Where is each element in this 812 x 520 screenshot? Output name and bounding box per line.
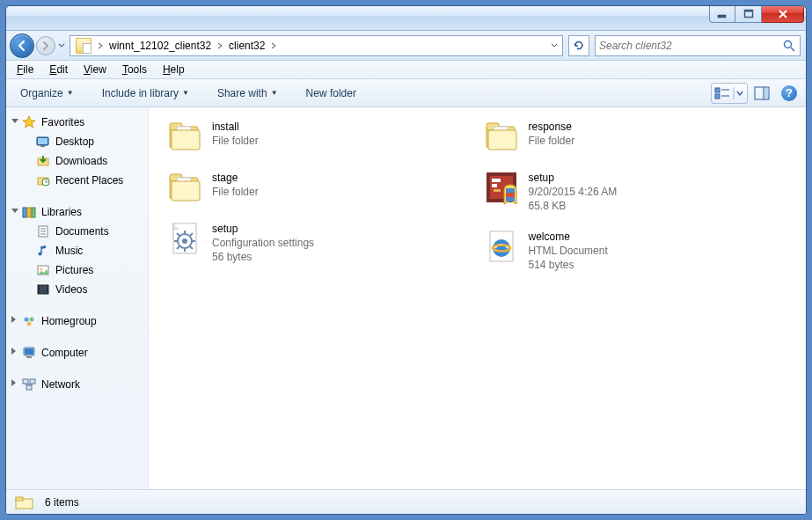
file-meta: File folder [529,134,575,148]
window-controls [709,5,804,23]
menu-tools[interactable]: Tools [115,62,154,77]
titlebar [6,6,806,31]
preview-pane-button[interactable] [751,83,772,104]
svg-rect-66 [506,188,515,193]
menu-edit[interactable]: Edit [42,62,75,77]
svg-rect-68 [506,197,515,201]
svg-rect-13 [38,138,48,144]
file-meta: Configuration settings [212,236,314,250]
nav-homegroup[interactable]: Homegroup [6,311,148,331]
svg-rect-18 [23,208,26,217]
breadcrumb-separator[interactable] [215,42,225,49]
minimize-button[interactable] [709,5,735,23]
breadcrumb-separator[interactable] [95,42,106,49]
nav-label: Network [41,378,80,391]
nav-desktop[interactable]: Desktop [6,132,148,151]
refresh-icon [573,40,585,52]
nav-buttons [10,33,64,59]
expand-icon [11,316,16,323]
nav-pictures[interactable]: Pictures [6,260,148,280]
file-item[interactable]: installFile folder [161,114,478,158]
maximize-button[interactable] [735,5,762,23]
breadcrumb-separator[interactable] [268,42,279,49]
menu-help[interactable]: Help [156,62,192,77]
nav-favorites[interactable]: Favorites [6,113,148,132]
svg-point-27 [40,268,43,271]
address-dropdown[interactable] [546,36,560,55]
close-button[interactable] [762,5,804,23]
svg-rect-49 [172,130,200,150]
file-meta: 56 bytes [212,250,314,264]
file-item[interactable]: setup9/20/2015 4:26 AM65.8 KB [478,165,794,217]
folder-icon [483,118,520,155]
file-meta: HTML Document [529,244,608,258]
back-button[interactable] [10,33,34,58]
expand-icon [11,379,16,386]
nav-downloads[interactable]: Downloads [6,151,148,171]
folder-icon [76,38,91,54]
expand-icon [11,119,18,123]
file-meta: 65.8 KB [529,199,618,213]
homegroup-icon [22,314,36,328]
svg-rect-67 [506,193,515,197]
address-bar[interactable]: winnt_12102_client32 client32 [69,35,563,56]
toolbar: Organize▼ Include in library▼ Share with… [6,79,806,107]
nav-label: Pictures [55,264,93,276]
nav-videos[interactable]: Videos [6,280,148,299]
downloads-icon [36,154,50,168]
nav-computer[interactable]: Computer [6,343,148,363]
chevron-down-icon [58,43,65,48]
new-folder-button[interactable]: New folder [301,84,362,103]
expand-icon [11,209,18,213]
view-mode-button[interactable] [711,83,748,104]
svg-rect-41 [25,348,33,355]
forward-button[interactable] [36,36,55,55]
file-item[interactable]: responseFile folder [478,114,794,158]
svg-point-3 [785,40,792,48]
svg-rect-4 [715,88,720,92]
nav-recent-places[interactable]: Recent Places [6,171,148,190]
svg-point-34 [47,286,48,287]
pictures-icon [36,263,50,277]
svg-rect-53 [172,181,200,201]
nav-label: Downloads [55,155,107,167]
file-item[interactable]: welcomeHTML Document514 bytes [478,224,794,276]
nav-libraries[interactable]: Libraries [6,202,148,222]
menu-view[interactable]: View [77,62,113,77]
organize-button[interactable]: Organize▼ [15,84,79,103]
breadcrumb-item[interactable]: client32 [225,36,268,55]
svg-point-38 [30,318,34,322]
nav-label: Computer [41,347,88,359]
ie-icon [483,228,520,265]
nav-documents[interactable]: Documents [6,222,148,241]
help-button[interactable]: ? [781,85,797,101]
menu-file[interactable]: File [10,62,40,77]
nav-network[interactable]: Network [6,375,148,394]
file-item[interactable]: stageFile folder [161,165,478,209]
file-name: install [212,120,259,134]
search-input[interactable] [599,40,782,52]
nav-label: Documents [55,225,109,238]
svg-point-56 [182,238,187,244]
svg-rect-20 [32,208,35,217]
nav-history-dropdown[interactable] [57,41,66,50]
computer-icon [22,346,36,360]
svg-rect-73 [16,497,23,501]
search-box[interactable] [595,35,801,56]
file-list[interactable]: installFile folderstageFile foldersetupC… [149,107,806,489]
refresh-button[interactable] [568,35,589,56]
status-count: 6 items [45,496,79,509]
svg-rect-19 [27,208,31,217]
svg-point-37 [25,318,29,322]
file-item[interactable]: setupConfiguration settings56 bytes [161,216,478,268]
file-meta: File folder [212,185,259,199]
svg-rect-60 [488,130,516,150]
svg-point-33 [38,291,39,292]
navigation-pane[interactable]: Favorites Desktop Downloads Recent Place… [6,107,149,489]
share-with-button[interactable]: Share with▼ [212,84,283,103]
include-library-button[interactable]: Include in library▼ [97,84,194,103]
svg-rect-43 [23,379,28,384]
svg-rect-5 [715,94,720,99]
breadcrumb-item[interactable]: winnt_12102_client32 [106,36,215,55]
nav-music[interactable]: Music [6,241,148,260]
